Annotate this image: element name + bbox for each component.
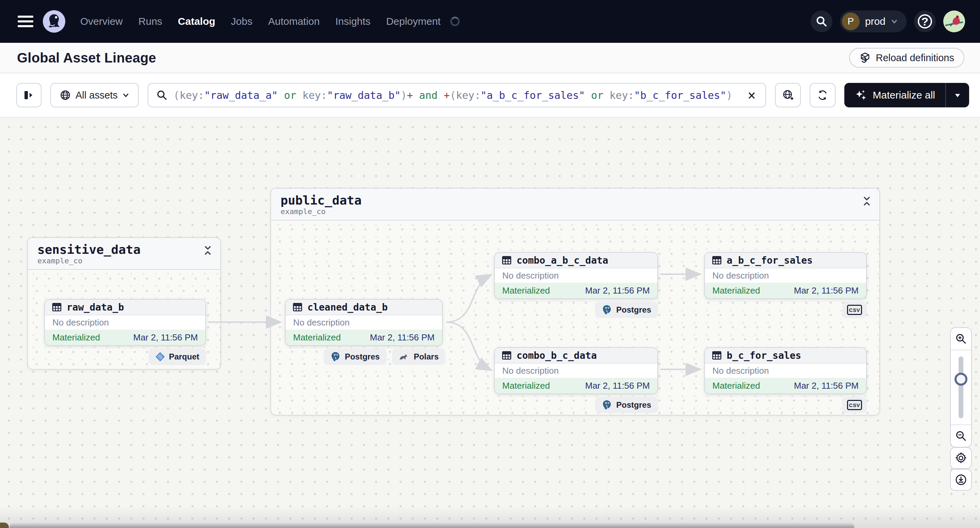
reload-definitions-button[interactable]: Reload definitions (849, 48, 964, 68)
query-token: key: (302, 89, 327, 101)
new-scope-button[interactable] (775, 83, 801, 107)
global-search-button[interactable] (811, 11, 832, 32)
nav-menu: Overview Runs Catalog Jobs Automation In… (80, 16, 460, 27)
asset-name: combo_a_b_c_data (517, 255, 608, 266)
query-token: key: (180, 89, 204, 101)
zoom-slider[interactable] (951, 350, 971, 425)
reload-cube-icon (859, 52, 871, 63)
asset-scope-dropdown[interactable]: All assets (50, 83, 139, 107)
user-avatar[interactable] (943, 11, 965, 32)
collapse-group-icon[interactable] (862, 196, 871, 206)
query-token: + (407, 89, 413, 101)
nav-item-deployment[interactable]: Deployment (386, 16, 441, 27)
parquet-icon (155, 352, 165, 362)
caret-down-icon (953, 91, 962, 99)
materialize-options-caret[interactable] (945, 83, 969, 107)
csv-icon: CSV (847, 305, 862, 315)
open-sidebar-button[interactable] (16, 83, 41, 107)
zoom-out-button[interactable] (951, 425, 971, 447)
nav-item-jobs[interactable]: Jobs (231, 16, 252, 27)
tag-csv[interactable]: CSV (842, 397, 867, 413)
asset-node-b-c-for-sales[interactable]: b_c_for_sales No description Materialize… (704, 347, 867, 394)
group-header[interactable]: sensitive_data example_co (28, 238, 220, 270)
query-token: ) (726, 89, 732, 101)
menu-hamburger-icon[interactable] (18, 16, 33, 27)
query-token: "raw_data_b" (327, 89, 401, 101)
graph-settings-button[interactable] (950, 447, 972, 469)
zoom-slider-handle[interactable] (955, 373, 967, 385)
tag-postgres[interactable]: Postgres (324, 349, 387, 365)
zoom-slider-track[interactable] (959, 357, 963, 418)
nav-item-overview[interactable]: Overview (80, 16, 123, 27)
query-token: key: (610, 89, 634, 101)
tag-label: Parquet (169, 352, 199, 362)
status-badge: Materialized (713, 285, 760, 296)
materialization-timestamp: Mar 2, 11:56 PM (585, 285, 650, 296)
group-header[interactable]: public_data example_co (271, 189, 879, 220)
page-title: Global Asset Lineage (17, 50, 156, 66)
zoom-panel (950, 327, 972, 447)
asset-name: b_c_for_sales (727, 350, 801, 361)
globe-icon (60, 90, 71, 101)
status-badge: Materialized (502, 381, 550, 391)
nav-item-catalog[interactable]: Catalog (178, 16, 215, 27)
asset-node-combo-b-c-data[interactable]: combo_b_c_data No description Materializ… (494, 347, 658, 394)
query-token: and (413, 89, 444, 101)
panel-expand-icon (23, 89, 35, 101)
tag-postgres[interactable]: Postgres (595, 397, 658, 413)
asset-filter-input[interactable]: (key:"raw_data_a" or key:"raw_data_b")+ … (148, 83, 766, 107)
zoom-in-icon (955, 333, 967, 344)
tag-label: Postgres (616, 305, 651, 315)
search-icon (156, 90, 167, 101)
deployment-avatar: P (842, 13, 860, 30)
asset-description: No description (495, 363, 657, 378)
tag-postgres[interactable]: Postgres (595, 302, 658, 318)
clear-filter-button[interactable]: × (745, 88, 759, 102)
status-badge: Materialized (52, 332, 100, 343)
dagster-logo-icon[interactable] (43, 10, 65, 33)
asset-node-combo-a-b-c-data[interactable]: combo_a_b_c_data No description Material… (494, 252, 658, 299)
status-badge: Materialized (713, 381, 760, 391)
nav-item-automation[interactable]: Automation (268, 16, 320, 27)
tag-csv[interactable]: CSV (842, 302, 867, 318)
table-icon (501, 350, 512, 360)
help-button[interactable]: ? (914, 11, 936, 32)
query-token: ( (450, 89, 456, 101)
materialization-timestamp: Mar 2, 11:56 PM (133, 332, 198, 343)
query-token: or (585, 89, 609, 101)
asset-name: raw_data_b (67, 302, 124, 313)
tag-parquet[interactable]: Parquet (149, 349, 206, 365)
group-title: public_data (280, 193, 361, 207)
download-icon (955, 474, 967, 486)
lineage-canvas[interactable]: sensitive_data example_co public_data ex… (0, 117, 980, 528)
deployment-switcher[interactable]: P prod (840, 11, 907, 32)
chevron-down-icon (123, 92, 129, 98)
nav-item-insights[interactable]: Insights (335, 16, 370, 27)
asset-status-row: Materialized Mar 2, 11:56 PM (286, 330, 442, 345)
materialization-timestamp: Mar 2, 11:56 PM (370, 332, 434, 343)
asset-node-raw-data-b[interactable]: raw_data_b No description Materialized M… (44, 299, 206, 346)
asset-description: No description (45, 315, 205, 330)
gear-icon (955, 452, 967, 464)
zoom-in-button[interactable] (951, 328, 971, 350)
asset-description: No description (286, 315, 442, 330)
collapse-group-icon[interactable] (204, 245, 212, 255)
table-icon (712, 350, 722, 360)
query-token: ( (173, 89, 180, 101)
asset-node-cleaned-data-b[interactable]: cleaned_data_b No description Materializ… (285, 299, 443, 346)
asset-name: a_b_c_for_sales (727, 255, 813, 266)
table-icon (501, 255, 512, 265)
refresh-icon (816, 89, 829, 101)
nav-item-runs[interactable]: Runs (138, 16, 162, 27)
filter-query-text: (key:"raw_data_a" or key:"raw_data_b")+ … (173, 89, 738, 101)
polars-icon (399, 353, 410, 361)
asset-node-a-b-c-for-sales[interactable]: a_b_c_for_sales No description Materiali… (704, 252, 867, 299)
lineage-toolbar: All assets (key:"raw_data_a" or key:"raw… (0, 73, 980, 117)
postgres-icon (331, 352, 341, 362)
status-badge: Materialized (293, 332, 341, 343)
tag-polars[interactable]: Polars (392, 349, 445, 365)
table-icon (293, 302, 303, 312)
refresh-button[interactable] (810, 83, 835, 107)
download-graph-button[interactable] (950, 469, 972, 491)
materialize-all-button[interactable]: Materialize all (844, 83, 969, 107)
